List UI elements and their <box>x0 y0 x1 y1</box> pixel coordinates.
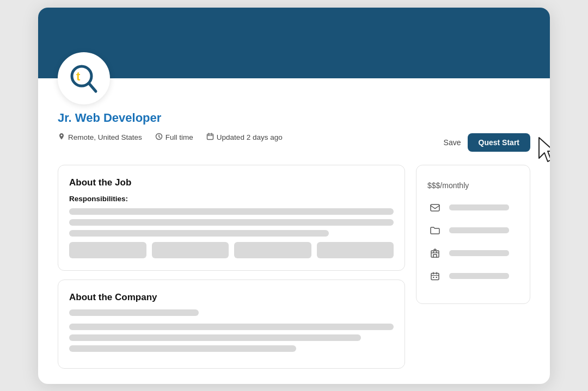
folder-skeleton <box>449 227 509 233</box>
quest-start-button[interactable]: Quest Start <box>468 133 530 152</box>
svg-rect-9 <box>433 252 434 253</box>
svg-rect-13 <box>436 277 438 278</box>
content-area: Jr. Web Developer Remote, United States <box>38 78 550 384</box>
svg-rect-5 <box>207 134 213 139</box>
location-text: Remote, United States <box>68 133 142 141</box>
skeleton-pill-2 <box>152 242 229 258</box>
svg-rect-12 <box>433 277 434 278</box>
cards-row: About the Job Responsibilities: About th… <box>58 165 530 369</box>
calendar2-icon <box>427 269 443 284</box>
svg-rect-7 <box>431 204 439 211</box>
right-item-calendar <box>427 269 519 284</box>
calendar2-skeleton <box>449 273 509 279</box>
meta-actions-row: Remote, United States Full time <box>58 133 530 153</box>
company-skeleton-1 <box>69 309 199 316</box>
location-icon <box>58 133 65 142</box>
about-job-card: About the Job Responsibilities: <box>58 165 405 271</box>
salary-card: $$$/monthly <box>416 165 530 304</box>
jobtype-text: Full time <box>166 133 193 141</box>
svg-text:t: t <box>76 70 81 83</box>
skeleton-pill-3 <box>234 242 311 258</box>
skeleton-pill-4 <box>317 242 394 258</box>
building-skeleton <box>449 250 509 256</box>
svg-rect-11 <box>431 273 439 280</box>
salary-display: $$$/monthly <box>427 177 519 191</box>
svg-marker-6 <box>539 138 550 162</box>
about-company-card: About the Company <box>58 280 405 369</box>
updated-meta: Updated 2 days ago <box>206 133 283 142</box>
skeleton-bar-2 <box>69 219 394 226</box>
skeleton-bar-3 <box>69 230 329 237</box>
header-banner: t <box>38 8 550 78</box>
svg-rect-8 <box>431 251 439 257</box>
right-column: $$$/monthly <box>416 165 530 304</box>
company-skeleton-2 <box>69 324 394 330</box>
skeleton-pill-1 <box>69 242 146 258</box>
skeleton-pills-row <box>69 242 394 258</box>
responsibilities-label: Responsibilities: <box>69 195 394 203</box>
salary-amount: $$$ <box>427 181 440 190</box>
salary-period: /monthly <box>440 181 469 190</box>
save-label: Save <box>444 138 461 147</box>
about-job-title: About the Job <box>69 177 394 188</box>
job-title: Jr. Web Developer <box>58 111 530 125</box>
about-company-title: About the Company <box>69 292 394 303</box>
jobtype-meta: Full time <box>155 133 193 142</box>
folder-icon <box>427 223 443 238</box>
email-icon <box>427 200 443 215</box>
meta-row: Remote, United States Full time <box>58 133 283 142</box>
right-item-building <box>427 246 519 261</box>
calendar-icon <box>206 133 214 142</box>
left-column: About the Job Responsibilities: About th… <box>58 165 405 369</box>
updated-text: Updated 2 days ago <box>217 133 283 141</box>
location-meta: Remote, United States <box>58 133 142 142</box>
right-item-folder <box>427 223 519 238</box>
company-skeleton-3 <box>69 334 361 341</box>
building-icon <box>427 246 443 261</box>
page-container: t Jr. Web Developer Remote, United Sta <box>38 8 550 384</box>
skeleton-bar-1 <box>69 208 394 215</box>
company-logo: t <box>58 52 110 104</box>
right-item-email <box>427 200 519 215</box>
svg-rect-10 <box>436 252 438 253</box>
cursor-arrow-icon <box>535 136 550 164</box>
action-row: Save Quest Start <box>444 133 530 152</box>
quest-btn-wrapper: Quest Start <box>468 133 530 152</box>
company-skeleton-4 <box>69 345 296 352</box>
clock-icon <box>155 133 163 142</box>
email-skeleton <box>449 204 509 210</box>
